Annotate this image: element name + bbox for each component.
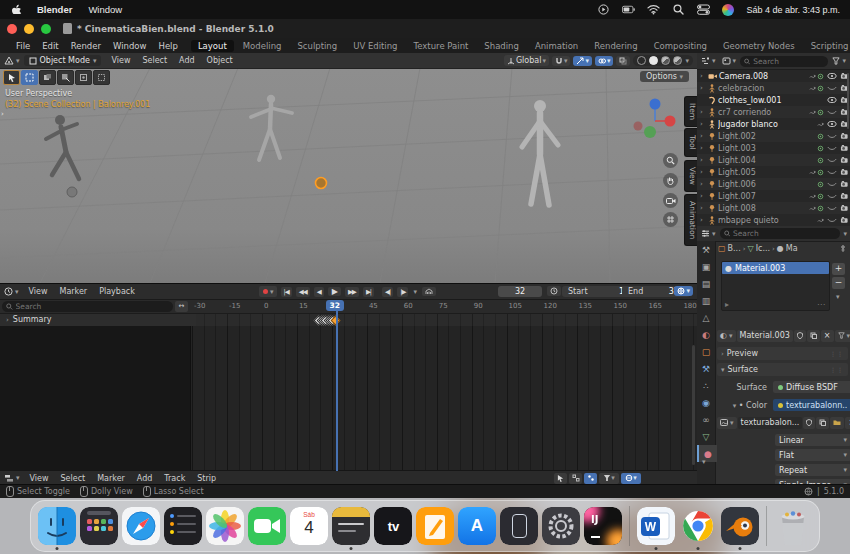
sidebar-tab-item[interactable]: Item: [684, 96, 697, 127]
keying-set-button[interactable]: [422, 287, 436, 296]
fake-user-button[interactable]: [794, 330, 806, 342]
dock-icon-notes[interactable]: [332, 507, 370, 545]
show-viewport-icon[interactable]: [827, 108, 837, 116]
outliner-item-light-008[interactable]: › Light.008: [697, 202, 850, 214]
summary-channel[interactable]: › Summary: [0, 313, 196, 326]
workspace-tab-scripting[interactable]: Scripting: [804, 40, 850, 52]
xray-toggle[interactable]: [616, 56, 630, 66]
viewport-menu-view[interactable]: View: [105, 56, 136, 65]
object-name[interactable]: mbappe quieto: [718, 216, 815, 225]
dock-icon-calendar[interactable]: Sáb4: [290, 507, 328, 545]
visibility-toggle[interactable]: [826, 216, 837, 224]
object-name[interactable]: Light.004: [718, 156, 815, 165]
material-slot-selected[interactable]: ●Material.003: [722, 262, 829, 274]
snapping-button[interactable]: ▾: [552, 56, 571, 66]
properties-tab-physics[interactable]: ◉: [697, 394, 715, 411]
topbar-menu-window[interactable]: Window: [107, 41, 153, 51]
properties-editor[interactable]: ▾ ▾ ⚒▣▤▥△◐▢⚒∴◉∞▽● ▢B... › ▽Ic... › ●Ma: [697, 226, 850, 484]
properties-tab-constraints[interactable]: ∞: [697, 411, 715, 428]
render-toggle[interactable]: [839, 192, 850, 200]
projection-dropdown[interactable]: Flat▾: [775, 449, 850, 461]
object-name[interactable]: Camera.008: [719, 72, 807, 81]
show-viewport-icon[interactable]: [827, 204, 837, 212]
material-filter-button[interactable]: ▾: [835, 330, 850, 342]
timeline-sync-button[interactable]: ▾: [674, 286, 693, 296]
outliner-item-light-006[interactable]: › Light.006: [697, 178, 850, 190]
jump-to-end-button[interactable]: ▶|: [363, 287, 374, 297]
nla-select-tool-button[interactable]: [554, 473, 567, 484]
sidebar-tab-animation[interactable]: Animation: [684, 194, 697, 246]
object-name[interactable]: Light.002: [718, 132, 815, 141]
timeline-scrollbar[interactable]: [692, 345, 695, 465]
next-frame-button[interactable]: |▶: [397, 287, 408, 297]
new-material-button[interactable]: [807, 330, 820, 342]
properties-tab-output[interactable]: ▤: [697, 275, 715, 292]
visibility-toggle[interactable]: [826, 168, 837, 176]
timeline-menu-marker[interactable]: Marker: [54, 287, 94, 296]
nla-menu-add[interactable]: Add: [131, 474, 159, 483]
expand-icon[interactable]: ›: [700, 144, 706, 152]
keyframe-area[interactable]: [190, 313, 697, 471]
object-name[interactable]: Light.005: [718, 168, 807, 177]
disable-render-icon[interactable]: [840, 192, 849, 200]
outliner-item-clothes-low-001[interactable]: › clothes_low.001: [697, 94, 850, 106]
workspace-tab-modeling[interactable]: Modeling: [236, 40, 289, 52]
image-new-button[interactable]: [816, 417, 829, 429]
properties-tab-scene[interactable]: △: [697, 309, 715, 326]
select-box-tool-button[interactable]: [21, 70, 38, 85]
nla-menu-strip[interactable]: Strip: [191, 474, 222, 483]
measure-tool-button[interactable]: [93, 70, 110, 85]
visibility-toggle[interactable]: [826, 84, 837, 92]
render-toggle[interactable]: [839, 180, 850, 188]
outliner-item-cr7-corriendo[interactable]: › cr7 corriendo: [697, 106, 850, 118]
nla-menu-track[interactable]: Track: [158, 474, 191, 483]
timeline-menu-playback[interactable]: Playback: [93, 287, 141, 296]
mode-selector[interactable]: Object Mode ▾: [24, 55, 102, 66]
disable-render-icon[interactable]: [840, 132, 849, 140]
show-viewport-icon[interactable]: [827, 156, 837, 164]
outliner-item-mbappe-quieto[interactable]: › mbappe quieto: [697, 214, 850, 226]
disable-render-icon[interactable]: [840, 144, 849, 152]
outliner-display-mode-button[interactable]: ▾: [699, 57, 718, 65]
outliner-item-light-003[interactable]: › Light.003: [697, 142, 850, 154]
dock-icon-trash[interactable]: [774, 507, 812, 545]
material-preview-icon[interactable]: [661, 56, 670, 65]
auto-keying-button[interactable]: ▾: [259, 286, 277, 297]
control-center-icon[interactable]: [697, 4, 710, 15]
siri-icon[interactable]: [722, 4, 734, 16]
play-reverse-button[interactable]: ◀: [314, 287, 324, 297]
outliner-filter-button[interactable]: ▾: [830, 57, 848, 65]
outliner-item-light-004[interactable]: › Light.004: [697, 154, 850, 166]
tab-strip-overflow-chevron[interactable]: ▾: [702, 458, 706, 466]
dock-icon-pages[interactable]: [416, 507, 454, 545]
extensions-status-icon[interactable]: [804, 487, 813, 496]
viewport-menu-select[interactable]: Select: [136, 56, 173, 65]
render-toggle[interactable]: [839, 132, 850, 140]
show-viewport-icon[interactable]: [827, 168, 837, 176]
dock-icon-finder[interactable]: [38, 507, 76, 545]
properties-search[interactable]: [720, 228, 841, 239]
nla-menu-view[interactable]: View: [24, 474, 55, 483]
sidebar-tab-tool[interactable]: Tool: [684, 128, 697, 157]
visibility-toggle[interactable]: [826, 72, 837, 80]
spotlight-search-icon[interactable]: [672, 4, 685, 15]
remove-material-slot-button[interactable]: −: [832, 277, 845, 289]
outliner-scope-button[interactable]: ▾: [720, 57, 739, 65]
disable-render-icon[interactable]: [840, 168, 849, 176]
outliner-item-light-002[interactable]: › Light.002: [697, 130, 850, 142]
visibility-toggle[interactable]: [826, 180, 837, 188]
outliner-item-celebracion[interactable]: › celebracion: [697, 82, 850, 94]
show-viewport-icon[interactable]: [827, 132, 837, 140]
properties-tab-tool[interactable]: ⚒: [697, 241, 715, 258]
expand-icon[interactable]: ›: [700, 180, 706, 188]
current-frame-field[interactable]: 32: [498, 286, 542, 297]
object-name[interactable]: clothes_low.001: [718, 96, 822, 105]
properties-tab-render[interactable]: ▣: [697, 258, 715, 275]
outliner-item-jugador-blanco[interactable]: › Jugador blanco: [697, 118, 850, 130]
slot-specials-button[interactable]: ▾: [836, 293, 840, 301]
dock-icon-system-settings[interactable]: [542, 507, 580, 545]
visibility-toggle[interactable]: [826, 120, 837, 128]
pin-icon[interactable]: [839, 245, 847, 253]
gizmo-z-axis[interactable]: [650, 99, 661, 110]
viewport-options-button[interactable]: Options ▾: [640, 71, 689, 82]
